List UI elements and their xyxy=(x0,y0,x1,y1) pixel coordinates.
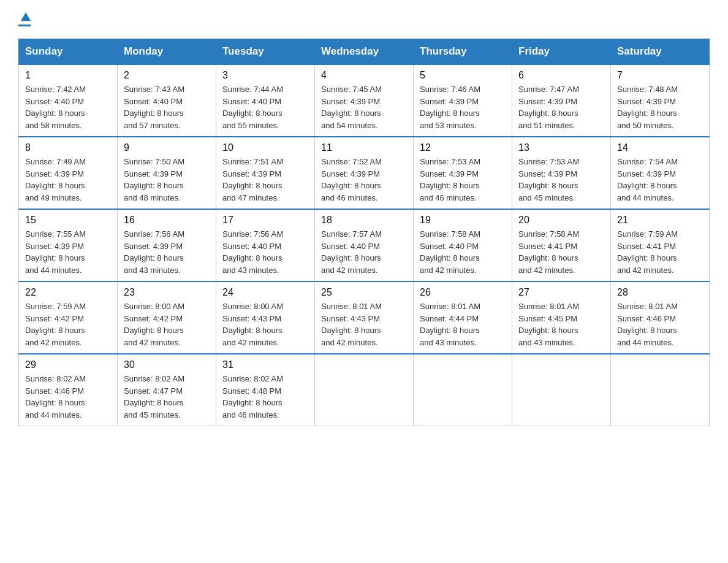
day-info: Sunrise: 7:56 AM Sunset: 4:40 PM Dayligh… xyxy=(222,228,308,276)
day-header-monday: Monday xyxy=(118,39,216,65)
day-number: 6 xyxy=(518,70,604,81)
day-info: Sunrise: 7:45 AM Sunset: 4:39 PM Dayligh… xyxy=(321,83,407,131)
day-number: 13 xyxy=(518,142,604,153)
day-info: Sunrise: 7:56 AM Sunset: 4:39 PM Dayligh… xyxy=(124,228,210,276)
day-number: 12 xyxy=(420,142,506,153)
calendar-cell: 8 Sunrise: 7:49 AM Sunset: 4:39 PM Dayli… xyxy=(19,137,118,209)
day-number: 21 xyxy=(617,215,703,226)
calendar-cell: 14 Sunrise: 7:54 AM Sunset: 4:39 PM Dayl… xyxy=(611,137,710,209)
week-row-2: 8 Sunrise: 7:49 AM Sunset: 4:39 PM Dayli… xyxy=(19,137,710,209)
page-header xyxy=(18,12,710,26)
calendar-cell: 12 Sunrise: 7:53 AM Sunset: 4:39 PM Dayl… xyxy=(414,137,512,209)
day-info: Sunrise: 7:43 AM Sunset: 4:40 PM Dayligh… xyxy=(124,83,210,131)
calendar-table: SundayMondayTuesdayWednesdayThursdayFrid… xyxy=(18,39,710,426)
calendar-cell: 25 Sunrise: 8:01 AM Sunset: 4:43 PM Dayl… xyxy=(315,282,414,354)
day-info: Sunrise: 8:01 AM Sunset: 4:44 PM Dayligh… xyxy=(420,301,506,348)
day-number: 16 xyxy=(124,215,210,226)
day-info: Sunrise: 7:48 AM Sunset: 4:39 PM Dayligh… xyxy=(617,83,703,131)
day-info: Sunrise: 8:01 AM Sunset: 4:43 PM Dayligh… xyxy=(321,301,407,348)
logo-triangle-icon xyxy=(21,12,31,21)
day-number: 29 xyxy=(25,359,111,370)
day-number: 20 xyxy=(518,215,604,226)
calendar-cell: 9 Sunrise: 7:50 AM Sunset: 4:39 PM Dayli… xyxy=(118,137,216,209)
calendar-cell: 17 Sunrise: 7:56 AM Sunset: 4:40 PM Dayl… xyxy=(216,209,315,282)
day-number: 17 xyxy=(222,215,308,226)
day-header-friday: Friday xyxy=(512,39,611,65)
calendar-cell: 20 Sunrise: 7:58 AM Sunset: 4:41 PM Dayl… xyxy=(512,209,611,282)
day-info: Sunrise: 7:59 AM Sunset: 4:42 PM Dayligh… xyxy=(25,301,111,348)
day-info: Sunrise: 8:01 AM Sunset: 4:46 PM Dayligh… xyxy=(617,301,703,348)
calendar-cell: 4 Sunrise: 7:45 AM Sunset: 4:39 PM Dayli… xyxy=(315,64,414,137)
calendar-cell: 19 Sunrise: 7:58 AM Sunset: 4:40 PM Dayl… xyxy=(414,209,512,282)
calendar-cell: 2 Sunrise: 7:43 AM Sunset: 4:40 PM Dayli… xyxy=(118,64,216,137)
day-info: Sunrise: 7:44 AM Sunset: 4:40 PM Dayligh… xyxy=(222,83,308,131)
calendar-cell: 10 Sunrise: 7:51 AM Sunset: 4:39 PM Dayl… xyxy=(216,137,315,209)
day-info: Sunrise: 7:46 AM Sunset: 4:39 PM Dayligh… xyxy=(420,83,506,131)
day-info: Sunrise: 7:55 AM Sunset: 4:39 PM Dayligh… xyxy=(25,228,111,276)
day-info: Sunrise: 7:52 AM Sunset: 4:39 PM Dayligh… xyxy=(321,156,407,204)
day-number: 31 xyxy=(222,359,308,370)
day-info: Sunrise: 7:57 AM Sunset: 4:40 PM Dayligh… xyxy=(321,228,407,276)
day-info: Sunrise: 8:02 AM Sunset: 4:46 PM Dayligh… xyxy=(25,373,111,421)
calendar-cell: 18 Sunrise: 7:57 AM Sunset: 4:40 PM Dayl… xyxy=(315,209,414,282)
calendar-cell: 5 Sunrise: 7:46 AM Sunset: 4:39 PM Dayli… xyxy=(414,64,512,137)
calendar-cell: 23 Sunrise: 8:00 AM Sunset: 4:42 PM Dayl… xyxy=(118,282,216,354)
calendar-cell xyxy=(611,354,710,426)
calendar-cell: 16 Sunrise: 7:56 AM Sunset: 4:39 PM Dayl… xyxy=(118,209,216,282)
calendar-cell: 1 Sunrise: 7:42 AM Sunset: 4:40 PM Dayli… xyxy=(19,64,118,137)
calendar-cell: 27 Sunrise: 8:01 AM Sunset: 4:45 PM Dayl… xyxy=(512,282,611,354)
calendar-cell: 15 Sunrise: 7:55 AM Sunset: 4:39 PM Dayl… xyxy=(19,209,118,282)
calendar-cell xyxy=(512,354,611,426)
calendar-cell: 13 Sunrise: 7:53 AM Sunset: 4:39 PM Dayl… xyxy=(512,137,611,209)
days-header-row: SundayMondayTuesdayWednesdayThursdayFrid… xyxy=(19,39,710,65)
day-number: 14 xyxy=(617,142,703,153)
calendar-cell: 6 Sunrise: 7:47 AM Sunset: 4:39 PM Dayli… xyxy=(512,64,611,137)
day-number: 15 xyxy=(25,215,111,226)
day-info: Sunrise: 7:51 AM Sunset: 4:39 PM Dayligh… xyxy=(222,156,308,204)
day-info: Sunrise: 8:01 AM Sunset: 4:45 PM Dayligh… xyxy=(518,301,604,348)
calendar-cell: 21 Sunrise: 7:59 AM Sunset: 4:41 PM Dayl… xyxy=(611,209,710,282)
day-header-sunday: Sunday xyxy=(19,39,118,65)
day-number: 23 xyxy=(124,287,210,298)
calendar-cell: 24 Sunrise: 8:00 AM Sunset: 4:43 PM Dayl… xyxy=(216,282,315,354)
day-number: 22 xyxy=(25,287,111,298)
day-info: Sunrise: 8:02 AM Sunset: 4:47 PM Dayligh… xyxy=(124,373,210,421)
day-number: 27 xyxy=(518,287,604,298)
logo xyxy=(18,12,31,26)
day-number: 7 xyxy=(617,70,703,81)
calendar-cell: 29 Sunrise: 8:02 AM Sunset: 4:46 PM Dayl… xyxy=(19,354,118,426)
calendar-cell: 30 Sunrise: 8:02 AM Sunset: 4:47 PM Dayl… xyxy=(118,354,216,426)
week-row-3: 15 Sunrise: 7:55 AM Sunset: 4:39 PM Dayl… xyxy=(19,209,710,282)
day-info: Sunrise: 8:02 AM Sunset: 4:48 PM Dayligh… xyxy=(222,373,308,421)
calendar-cell: 22 Sunrise: 7:59 AM Sunset: 4:42 PM Dayl… xyxy=(19,282,118,354)
day-number: 25 xyxy=(321,287,407,298)
day-info: Sunrise: 7:53 AM Sunset: 4:39 PM Dayligh… xyxy=(420,156,506,204)
week-row-5: 29 Sunrise: 8:02 AM Sunset: 4:46 PM Dayl… xyxy=(19,354,710,426)
day-number: 3 xyxy=(222,70,308,81)
day-info: Sunrise: 8:00 AM Sunset: 4:43 PM Dayligh… xyxy=(222,301,308,348)
day-number: 9 xyxy=(124,142,210,153)
week-row-4: 22 Sunrise: 7:59 AM Sunset: 4:42 PM Dayl… xyxy=(19,282,710,354)
day-info: Sunrise: 7:50 AM Sunset: 4:39 PM Dayligh… xyxy=(124,156,210,204)
day-number: 28 xyxy=(617,287,703,298)
logo-underline xyxy=(18,25,31,26)
calendar-cell: 26 Sunrise: 8:01 AM Sunset: 4:44 PM Dayl… xyxy=(414,282,512,354)
day-number: 24 xyxy=(222,287,308,298)
day-info: Sunrise: 7:54 AM Sunset: 4:39 PM Dayligh… xyxy=(617,156,703,204)
day-number: 2 xyxy=(124,70,210,81)
day-info: Sunrise: 7:58 AM Sunset: 4:40 PM Dayligh… xyxy=(420,228,506,276)
calendar-cell xyxy=(315,354,414,426)
day-info: Sunrise: 8:00 AM Sunset: 4:42 PM Dayligh… xyxy=(124,301,210,348)
day-number: 19 xyxy=(420,215,506,226)
week-row-1: 1 Sunrise: 7:42 AM Sunset: 4:40 PM Dayli… xyxy=(19,64,710,137)
day-number: 26 xyxy=(420,287,506,298)
calendar-cell: 3 Sunrise: 7:44 AM Sunset: 4:40 PM Dayli… xyxy=(216,64,315,137)
day-number: 30 xyxy=(124,359,210,370)
day-info: Sunrise: 7:49 AM Sunset: 4:39 PM Dayligh… xyxy=(25,156,111,204)
calendar-cell: 31 Sunrise: 8:02 AM Sunset: 4:48 PM Dayl… xyxy=(216,354,315,426)
day-info: Sunrise: 7:42 AM Sunset: 4:40 PM Dayligh… xyxy=(25,83,111,131)
calendar-cell: 11 Sunrise: 7:52 AM Sunset: 4:39 PM Dayl… xyxy=(315,137,414,209)
day-info: Sunrise: 7:53 AM Sunset: 4:39 PM Dayligh… xyxy=(518,156,604,204)
day-info: Sunrise: 7:47 AM Sunset: 4:39 PM Dayligh… xyxy=(518,83,604,131)
calendar-cell xyxy=(414,354,512,426)
